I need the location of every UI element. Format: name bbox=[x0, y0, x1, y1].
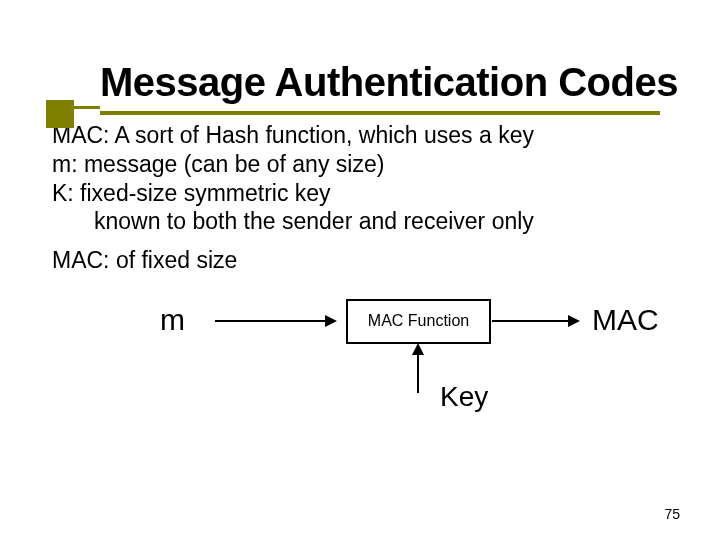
title-underline bbox=[100, 111, 660, 115]
arrow-key-icon bbox=[417, 345, 419, 393]
arrow-input-icon bbox=[215, 320, 335, 322]
body-line-3: K: fixed-size symmetric key bbox=[52, 179, 670, 208]
arrow-output-icon bbox=[492, 320, 578, 322]
body-line-2: m: message (can be of any size) bbox=[52, 150, 670, 179]
diagram-input-m: m bbox=[160, 303, 185, 337]
slide-title: Message Authentication Codes bbox=[50, 60, 670, 105]
body-line-1: MAC: A sort of Hash function, which uses… bbox=[52, 121, 670, 150]
page-number: 75 bbox=[664, 506, 680, 522]
slide-body: MAC: A sort of Hash function, which uses… bbox=[52, 121, 670, 275]
title-bullet-square bbox=[46, 100, 74, 128]
mac-diagram: m MAC Function MAC Key bbox=[50, 303, 670, 423]
diagram-output-mac: MAC bbox=[592, 303, 659, 337]
body-line-4: known to both the sender and receiver on… bbox=[52, 207, 670, 236]
body-line-5: MAC: of fixed size bbox=[52, 246, 670, 275]
mac-function-box: MAC Function bbox=[346, 299, 491, 344]
diagram-key-label: Key bbox=[440, 381, 488, 413]
slide: Message Authentication Codes MAC: A sort… bbox=[0, 0, 720, 540]
title-bullet-line bbox=[52, 106, 100, 109]
